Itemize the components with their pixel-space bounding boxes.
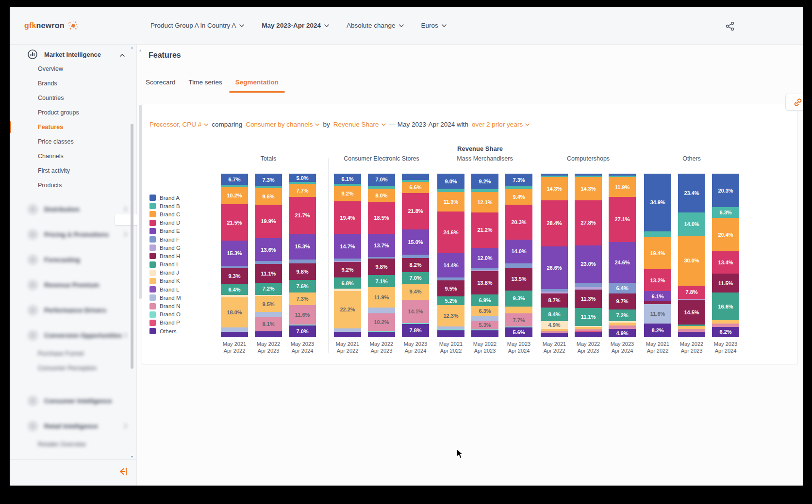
stacked-bar-totals-2[interactable]: 7.3%9.6%19.9%13.6%11.1%7.2%9.5%8.1% xyxy=(255,174,282,337)
stacked-bar-totals-3[interactable]: 5.0%7.7%21.7%15.3%9.8%7.6%7.3%11.6%7.0% xyxy=(289,174,316,337)
bar-segment-brand-i[interactable]: 7.2% xyxy=(255,283,282,295)
bar-segment-brand-a[interactable] xyxy=(402,174,429,180)
bar-segment-brand-b[interactable] xyxy=(437,189,464,192)
global-filter-may-2023-apr-2024[interactable]: May 2023-Apr 2024 xyxy=(262,22,329,29)
legend-item-brand-n[interactable]: Brand N xyxy=(149,302,181,310)
bar-segment-brand-e[interactable]: 14.4% xyxy=(437,253,464,277)
scroll-down-icon[interactable]: ▼ xyxy=(130,455,134,459)
bar-segment-brand-c[interactable]: 14.3% xyxy=(541,177,568,200)
bar-segment-others[interactable]: 7.0% xyxy=(289,325,316,337)
bar-segment-brand-c[interactable]: 8.0% xyxy=(368,189,395,202)
bar-segment-brand-k[interactable] xyxy=(712,320,739,324)
bar-segment-brand-m[interactable] xyxy=(471,316,498,321)
scroll-up-icon[interactable]: ▲ xyxy=(138,49,142,52)
bar-segment-brand-h[interactable]: 13.8% xyxy=(471,271,498,294)
bar-segment-brand-h[interactable]: 8.2% xyxy=(402,258,429,272)
chart-filter-over-2-prior-years[interactable]: over 2 prior years xyxy=(472,121,530,128)
collapse-sidebar-icon[interactable] xyxy=(116,466,130,477)
stacked-bar-mass-merchandisers-2[interactable]: 9.2%12.1%21.2%12.0%13.8%6.9%6.3%5.3% xyxy=(471,174,498,337)
bar-segment-brand-b[interactable]: 14.0% xyxy=(678,212,705,236)
bar-segment-brand-e[interactable]: 14.0% xyxy=(505,240,532,263)
bar-segment-brand-b[interactable]: 6.3% xyxy=(712,207,739,218)
sidebar-item-features[interactable]: Features xyxy=(10,120,137,134)
bar-segment-brand-d[interactable]: 18.5% xyxy=(368,202,395,234)
bar-segment-brand-n[interactable] xyxy=(609,325,636,329)
bar-segment-brand-b[interactable] xyxy=(644,231,671,237)
bar-segment-others[interactable]: 8.2% xyxy=(644,324,671,337)
stacked-bar-consumer-electronic-stores-2[interactable]: 7.0%8.0%18.5%13.7%9.8%7.1%11.9%10.2% xyxy=(368,174,395,337)
legend-item-brand-k[interactable]: Brand K xyxy=(149,277,181,285)
sidebar-item-purchase-funnel[interactable]: Purchase Funnel xyxy=(10,346,137,361)
stacked-bar-consumer-electronic-stores-1[interactable]: 6.1%9.2%19.4%14.7%9.2%6.8%22.2% xyxy=(334,174,361,337)
bar-segment-brand-f[interactable]: 6.4% xyxy=(609,283,636,293)
bar-segment-brand-d[interactable]: 27.8% xyxy=(575,200,602,245)
sidebar-section-forecasting[interactable]: Forecasting xyxy=(10,247,137,272)
bar-segment-brand-m[interactable] xyxy=(368,308,395,313)
global-filter-absolute-change[interactable]: Absolute change xyxy=(347,22,404,29)
bar-segment-brand-a[interactable]: 34.9% xyxy=(644,174,671,231)
tab-time-series[interactable]: Time series xyxy=(182,75,229,92)
bar-segment-brand-e[interactable]: 26.6% xyxy=(541,246,568,290)
stacked-bar-totals-1[interactable]: 6.7%10.2%21.5%15.3%9.3%6.4%18.0% xyxy=(221,174,248,337)
bar-segment-brand-n[interactable]: 8.1% xyxy=(255,317,282,331)
legend-item-brand-l[interactable]: Brand L xyxy=(149,285,181,293)
sidebar-item-retailer-overview[interactable]: Retailer Overview xyxy=(10,437,137,452)
bar-segment-brand-h[interactable]: 13.5% xyxy=(505,268,532,291)
logo[interactable]: gfknewron xyxy=(10,20,137,31)
bar-segment-brand-m[interactable] xyxy=(437,326,464,330)
bar-segment-brand-c[interactable]: 30.0% xyxy=(678,236,705,286)
bar-segment-brand-c[interactable]: 6.6% xyxy=(402,182,429,193)
sidebar-section-consumer-intelligence[interactable]: Consumer Intelligence xyxy=(10,388,137,413)
bar-segment-brand-h[interactable]: 11.3% xyxy=(575,290,602,308)
legend-item-brand-d[interactable]: Brand D xyxy=(149,219,181,227)
sidebar-item-overview[interactable]: Overview xyxy=(10,62,137,76)
bar-segment-brand-c[interactable]: 14.3% xyxy=(575,177,602,200)
bar-segment-brand-c[interactable]: 11.9% xyxy=(609,177,636,197)
bar-segment-brand-d[interactable]: 21.8% xyxy=(402,193,429,230)
legend-item-brand-p[interactable]: Brand P xyxy=(149,319,181,327)
bar-segment-brand-k[interactable]: 6.3% xyxy=(471,306,498,317)
sidebar-item-brands[interactable]: Brands xyxy=(10,76,137,91)
bar-segment-brand-n[interactable]: 5.3% xyxy=(471,321,498,329)
legend-item-brand-j[interactable]: Brand J xyxy=(149,269,181,277)
bar-segment-brand-a[interactable]: 5.0% xyxy=(289,174,316,182)
bar-segment-brand-m[interactable] xyxy=(334,328,361,332)
bar-segment-others[interactable] xyxy=(255,331,282,337)
bar-segment-brand-d[interactable]: 13.2% xyxy=(644,269,671,291)
stacked-bar-consumer-electronic-stores-3[interactable]: 6.6%21.8%15.0%8.2%7.0%9.4%14.1%7.8% xyxy=(402,174,429,337)
bar-segment-brand-e[interactable]: 24.6% xyxy=(609,242,636,283)
legend-item-brand-i[interactable]: Brand I xyxy=(149,260,181,269)
bar-segment-others[interactable] xyxy=(678,332,705,337)
chart-filter-consumer-by-channels[interactable]: Consumer by channels xyxy=(246,121,319,128)
bar-segment-others[interactable] xyxy=(575,332,602,337)
legend-item-others[interactable]: Others xyxy=(149,327,181,335)
sidebar-item-channels[interactable]: Channels xyxy=(10,149,137,163)
bar-segment-brand-d[interactable]: 7.8% xyxy=(678,286,705,299)
bar-segment-brand-a[interactable]: 7.0% xyxy=(368,174,395,186)
bar-segment-brand-k[interactable]: 22.2% xyxy=(334,291,361,328)
bar-segment-brand-h[interactable]: 9.7% xyxy=(609,293,636,309)
scroll-up-icon[interactable]: ▲ xyxy=(130,46,134,49)
bar-segment-brand-c[interactable]: 12.1% xyxy=(471,192,498,212)
bar-segment-brand-f[interactable] xyxy=(402,255,429,258)
sidebar-item-products[interactable]: Products xyxy=(10,178,137,193)
bar-segment-brand-d[interactable]: 27.1% xyxy=(609,197,636,242)
bar-segment-brand-i[interactable]: 7.2% xyxy=(609,309,636,322)
stacked-bar-mass-merchandisers-1[interactable]: 9.0%11.3%24.6%14.4%9.5%5.2%12.3% xyxy=(437,174,464,337)
bar-segment-brand-a[interactable]: 7.3% xyxy=(255,174,282,186)
bar-segment-brand-n[interactable]: 14.1% xyxy=(402,300,429,324)
global-filter-euros[interactable]: Euros xyxy=(421,22,447,29)
legend-item-brand-a[interactable]: Brand A xyxy=(149,194,181,202)
legend-item-brand-c[interactable]: Brand C xyxy=(149,210,181,218)
stacked-bar-others-2[interactable]: 23.4%14.0%30.0%7.8%14.5% xyxy=(678,174,705,337)
bar-segment-brand-a[interactable]: 9.0% xyxy=(437,174,464,189)
bar-segment-brand-d[interactable]: 13.4% xyxy=(712,251,739,274)
bar-segment-brand-d[interactable]: 19.4% xyxy=(334,201,361,234)
bar-segment-brand-c[interactable]: 9.4% xyxy=(505,189,532,205)
bar-segment-brand-a[interactable]: 6.1% xyxy=(334,174,361,184)
bar-segment-brand-h[interactable]: 8.7% xyxy=(541,293,568,308)
bar-segment-brand-k[interactable]: 11.9% xyxy=(368,287,395,308)
bar-segment-brand-k[interactable]: 12.3% xyxy=(437,305,464,326)
bar-segment-brand-d[interactable]: 24.6% xyxy=(437,211,464,253)
chart-filter-processor-cpu[interactable]: Processor, CPU # xyxy=(149,121,208,128)
